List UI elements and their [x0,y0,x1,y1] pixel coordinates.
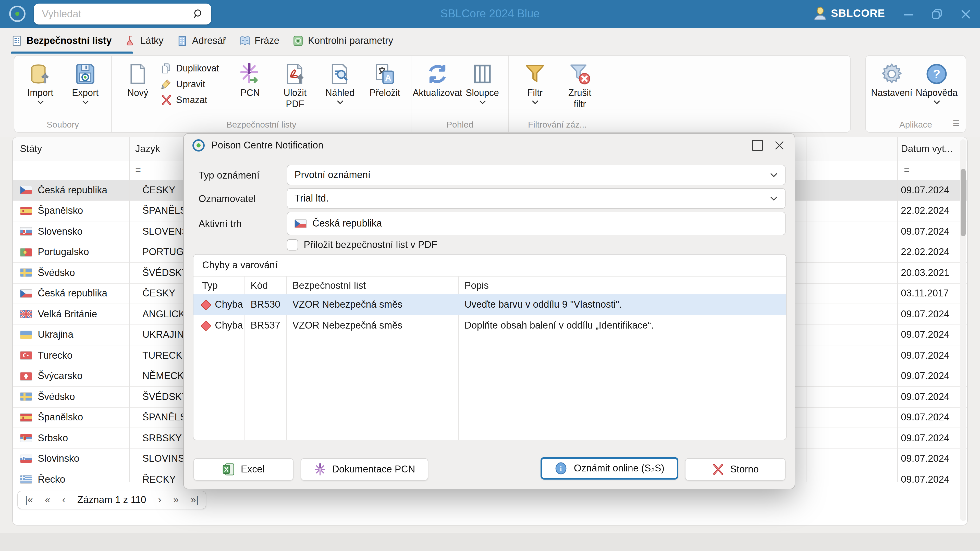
errors-column-kod[interactable]: Kód [251,276,268,295]
column-header-states[interactable]: Státy [20,137,42,161]
errors-column-typ[interactable]: Typ [202,276,218,295]
export-button[interactable]: Export [63,59,107,105]
ribbon: ImportExportSouboryNovýDuplikovatUpravit… [0,54,980,137]
ribbon-group-pohled: AktualizovatSloupcePohled [411,56,508,132]
refresh-icon [426,61,449,87]
column-header-language[interactable]: Jazyk [135,137,160,161]
pcn-button[interactable]: PCN [228,59,272,98]
dialog-maximize-button[interactable] [752,140,763,151]
errors-warnings-group: Chyby a varování Typ Kód Bezpečnostní li… [193,254,787,440]
filter-operator-language[interactable]: = [135,161,141,180]
country-flag-icon [20,310,32,319]
funnel-clear-icon [569,61,591,87]
n-hled-button[interactable]: Náhled [318,59,362,105]
submit-online-button[interactable]: i Oznámit online (S₂S) [541,457,678,480]
dialog-close-button[interactable] [773,139,786,151]
building-icon [177,35,188,46]
p-elo-it-button[interactable]: APřeložit [363,59,407,98]
pager-last-button[interactable]: »| [191,494,199,506]
book-icon [239,35,251,46]
cancel-button[interactable]: Storno [685,458,786,481]
close-button[interactable] [951,0,980,28]
nov--button[interactable]: Nový [116,59,160,98]
target-icon [293,35,304,46]
notifier-select[interactable]: Trial ltd. [287,188,786,209]
duplikovat-button[interactable]: Duplikovat [161,63,227,74]
attach-pdf-checkbox[interactable] [287,239,298,251]
storno-x-icon [712,463,724,475]
smazat-button[interactable]: Smazat [161,94,227,106]
ribbon-group-filtrov-n-z-z-: FiltrZrušitfiltrFiltrování záz... [508,56,606,132]
restore-button[interactable] [923,0,951,28]
excel-icon [223,463,235,476]
svg-text:i: i [560,465,562,472]
pager-next-button[interactable]: › [158,494,162,506]
chevron-down-icon [933,100,940,105]
attach-pdf-option[interactable]: Přiložit bezpečnostní list v PDF [287,239,438,251]
nastaven--button[interactable]: Nastavení [870,59,914,98]
ribbon-group-soubory: ImportExportSoubory [14,56,111,132]
tab-bezpe-nostn-listy[interactable]: Bezpečnostní listy [11,35,112,46]
tab-kontroln-parametry[interactable]: Kontrolní parametry [293,35,393,46]
main-tab-bar: Bezpečnostní listy Látky Adresář Fráze K… [0,28,980,54]
ribbon-group-label: Pohled [415,119,504,132]
pager-prev-button[interactable]: ‹ [62,494,65,506]
import-button[interactable]: Import [18,59,62,105]
country-flag-icon [20,186,32,195]
search-box[interactable] [34,3,211,24]
filter-operator-created[interactable]: = [904,161,910,180]
upravit-button[interactable]: Upravit [161,79,227,90]
account-area[interactable]: SBLCORE [814,6,885,20]
error-row[interactable]: Chyba BR537 VZOR Nebezpečná směs Doplňte… [193,315,786,336]
poison-centre-notification-dialog: Poison Centre Notification Typ oznámení … [183,133,795,489]
zru-it-filtr-button[interactable]: Zrušitfiltr [558,59,602,110]
pcn-documentation-button[interactable]: Dokumentace PCN [301,458,428,481]
scrollbar-thumb[interactable] [961,169,966,236]
n-pov-da-button[interactable]: ?Nápověda [915,59,959,105]
errors-group-title: Chyby a varování [202,260,278,271]
pencil-icon [161,79,172,90]
dialog-app-icon [192,139,205,151]
excel-button[interactable]: Excel [193,458,293,481]
market-label: Aktivní trh [199,218,242,230]
tab-fr-ze[interactable]: Fráze [239,35,280,46]
pager-next-page-button[interactable]: » [173,494,179,506]
column-divider [129,137,130,482]
country-flag-icon [20,454,32,463]
pager-prev-page-button[interactable]: « [45,494,50,506]
errors-header-row: Typ Kód Bezpečnostní list Popis [193,276,786,295]
export-icon [74,61,97,87]
column-header-created[interactable]: Datum vyt... [901,137,953,161]
chevron-down-icon [531,100,539,105]
translate-icon: A [374,61,396,87]
vertical-scrollbar[interactable] [960,139,966,521]
ulo-it-pdf-button[interactable]: UložitPDF [273,59,317,110]
column-divider [897,137,898,482]
tab-adres-[interactable]: Adresář [177,35,226,46]
ribbon-collapse-icon[interactable]: ☰ [953,119,959,128]
gear-icon [880,61,903,87]
errors-column-popis[interactable]: Popis [465,276,489,295]
filtr-button[interactable]: Filtr [513,59,557,105]
minimize-button[interactable] [894,0,923,28]
tab-l-tky[interactable]: Látky [125,35,164,46]
country-flag-icon [20,248,32,257]
notification-type-select[interactable]: Prvotní oznámení [287,165,786,185]
notifier-label: Oznamovatel [199,193,256,205]
country-flag-icon [20,372,32,381]
aktualizovat-button[interactable]: Aktualizovat [415,59,460,98]
pdf-save-icon [284,61,306,87]
column-divider [806,137,807,482]
error-diamond-icon [200,320,211,331]
chevron-down-icon [770,172,778,178]
country-flag-icon [20,268,32,277]
pager-first-button[interactable]: |« [25,494,33,506]
country-flag-icon [20,351,32,360]
error-row[interactable]: Chyba BR530 VZOR Nebezpečná směs Uveďte … [193,294,786,315]
sloupce-button[interactable]: Sloupce [460,59,504,105]
pcn-doc-icon [313,463,326,476]
search-input[interactable] [34,8,193,20]
active-market-list[interactable]: Česká republika [287,212,786,235]
search-icon[interactable] [193,8,204,20]
errors-column-sds[interactable]: Bezpečnostní list [293,276,366,295]
